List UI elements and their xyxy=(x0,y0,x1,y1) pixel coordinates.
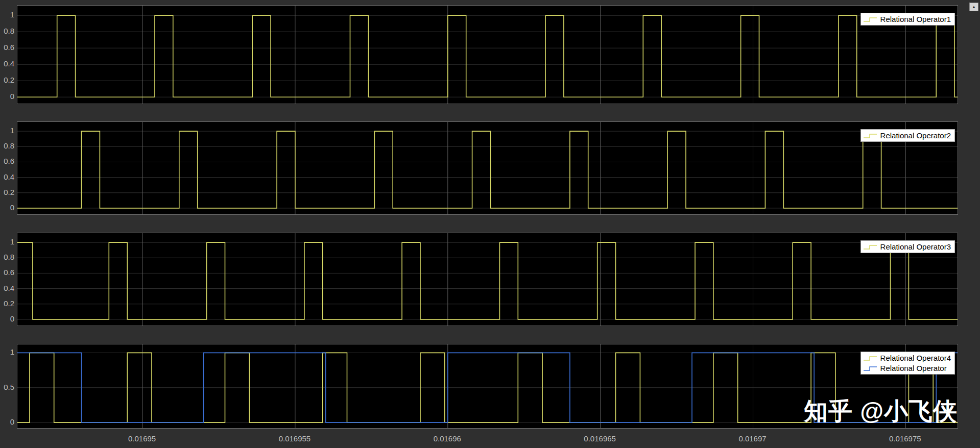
legend-label: Relational Operator xyxy=(880,364,947,372)
x-tick-label: 0.01697 xyxy=(727,434,778,443)
legend-step-icon xyxy=(863,365,878,372)
legend-step-icon xyxy=(863,16,878,23)
plot-canvas xyxy=(17,122,958,214)
legend-entry[interactable]: Relational Operator1 xyxy=(863,14,951,24)
legend-step-icon xyxy=(863,132,878,139)
y-tick-label: 0.2 xyxy=(0,76,14,85)
plot-canvas xyxy=(17,233,958,326)
scope-plot-1[interactable]: Relational Operator1 xyxy=(17,5,958,104)
legend[interactable]: Relational Operator3 xyxy=(861,240,955,253)
y-tick-label: 0 xyxy=(0,417,14,427)
y-tick-label: 0.2 xyxy=(0,299,14,308)
waveform-relational-operator2 xyxy=(17,131,958,208)
restore-window-icon[interactable]: ▴ xyxy=(969,3,978,11)
y-tick-label: 0 xyxy=(0,314,14,323)
legend-entry[interactable]: Relational Operator4 xyxy=(863,353,951,363)
legend-step-icon xyxy=(863,243,878,251)
legend-entry[interactable]: Relational Operator2 xyxy=(863,131,951,140)
y-tick-label: 0.2 xyxy=(0,188,14,197)
y-tick-label: 1 xyxy=(0,126,14,135)
y-tick-label: 0.4 xyxy=(0,59,14,68)
x-tick-label: 0.01696 xyxy=(422,434,473,443)
x-tick-label: 0.016975 xyxy=(879,434,930,443)
y-tick-label: 0 xyxy=(0,92,14,101)
waveform-relational-operator3 xyxy=(17,242,958,319)
plot-canvas xyxy=(17,344,958,428)
y-tick-label: 1 xyxy=(0,10,14,19)
legend[interactable]: Relational Operator4Relational Operator xyxy=(861,352,955,375)
legend-entry[interactable]: Relational Operator xyxy=(863,363,951,373)
x-tick-label: 0.01695 xyxy=(116,434,168,443)
y-tick-label: 0.6 xyxy=(0,157,14,166)
x-tick-label: 0.016955 xyxy=(269,434,320,443)
y-tick-label: 0.4 xyxy=(0,284,14,293)
legend[interactable]: Relational Operator1 xyxy=(861,13,955,26)
y-tick-label: 0.8 xyxy=(0,141,14,151)
scope-plot-2[interactable]: Relational Operator2 xyxy=(17,121,958,215)
legend-label: Relational Operator4 xyxy=(880,354,951,362)
scope-plot-3[interactable]: Relational Operator3 xyxy=(17,233,958,326)
legend-entry[interactable]: Relational Operator3 xyxy=(863,242,951,252)
y-tick-label: 0.8 xyxy=(0,253,14,262)
scope-window: ▴ 知乎 @小飞侠 10.80.60.40.20Relational Opera… xyxy=(0,0,980,448)
y-tick-label: 0.4 xyxy=(0,172,14,182)
legend-label: Relational Operator1 xyxy=(880,15,951,23)
legend-step-icon xyxy=(863,355,878,362)
plot-canvas xyxy=(17,6,958,104)
y-tick-label: 0 xyxy=(0,203,14,212)
legend[interactable]: Relational Operator2 xyxy=(861,129,955,142)
y-tick-label: 1 xyxy=(0,347,14,357)
y-tick-label: 0.5 xyxy=(0,383,14,392)
legend-label: Relational Operator3 xyxy=(880,242,951,251)
y-tick-label: 1 xyxy=(0,237,14,246)
legend-label: Relational Operator2 xyxy=(880,131,951,140)
y-tick-label: 0.6 xyxy=(0,268,14,277)
y-tick-label: 0.6 xyxy=(0,43,14,52)
scope-plot-4[interactable]: Relational Operator4Relational Operator xyxy=(17,344,958,429)
waveform-relational-operator1 xyxy=(17,15,958,97)
y-tick-label: 0.8 xyxy=(0,27,14,36)
x-tick-label: 0.016965 xyxy=(575,434,626,443)
